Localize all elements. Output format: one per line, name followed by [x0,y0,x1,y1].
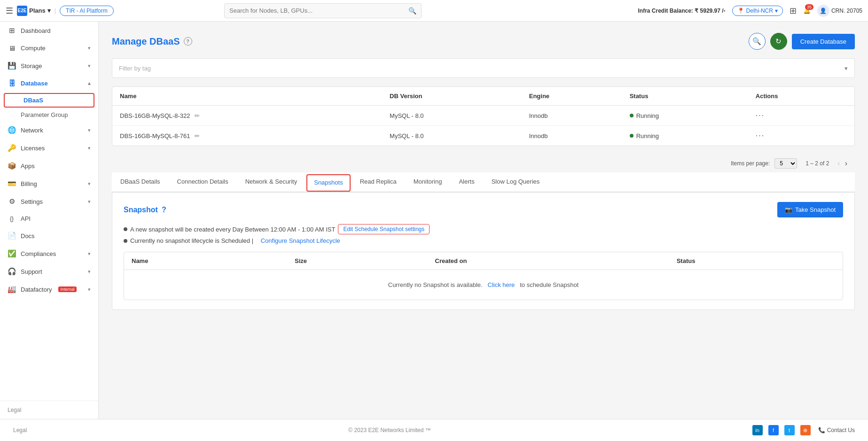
linkedin-icon[interactable]: in [752,425,763,435]
next-page-button[interactable]: › [845,159,847,168]
search-input[interactable] [229,7,408,14]
plans-chevron[interactable]: ▾ [47,7,51,14]
db-edit-icon[interactable]: ✏ [195,132,200,139]
platform-badge[interactable]: TIR - AI Platform [60,6,114,16]
col-actions: Actions [748,87,854,106]
user-menu[interactable]: 👤 CRN. 20705 [817,5,862,17]
configure-lifecycle-link[interactable]: Configure Snapshot Lifecycle [261,237,340,244]
contact-us-link[interactable]: 📞 Contact Us [818,427,855,433]
grid-apps-icon[interactable]: ⊞ [790,6,797,16]
snapshot-help-icon[interactable]: ? [162,206,166,214]
sidebar-item-dashboard[interactable]: ⊞ Dashboard [0,22,98,39]
actions-menu-button[interactable]: ··· [756,132,765,139]
page-help-icon[interactable]: ? [184,37,192,46]
menu-icon[interactable]: ☰ [6,6,13,16]
storage-icon: 💾 [8,62,16,70]
table-row: DBS-16GB-MySQL-8-761 ✏ MySQL - 8.0 Innod… [112,126,854,146]
tab-snapshots[interactable]: Snapshots [306,174,350,192]
db-name-cell: DBS-16GB-MySQL-8-322 ✏ [112,106,382,126]
items-per-page-select[interactable]: 5 10 20 [774,158,797,169]
tab-dbaas-details[interactable]: DBaaS Details [112,172,169,192]
sidebar-item-compliances[interactable]: ✅ Compliances ▾ [0,245,98,263]
database-table: Name DB Version Engine Status Actions DB… [112,86,855,146]
tab-monitoring[interactable]: Monitoring [405,172,451,192]
social-links: in f t ⊕ [752,425,811,435]
sidebar-item-label: Dashboard [21,27,51,34]
dashboard-icon: ⊞ [8,26,16,35]
page-info: 1 – 2 of 2 [805,160,829,167]
database-icon: 🗄 [8,79,16,87]
parameter-group-label: Parameter Group [21,111,68,118]
main-layout: ⊞ Dashboard 🖥 Compute ▾ 💾 Storage ▾ 🗄 Da… [0,22,868,419]
sidebar-item-label: Compliances [21,250,56,257]
compute-chevron: ▾ [88,45,91,51]
tabs-bar: DBaaS Details Connection Details Network… [112,172,855,192]
actions-menu-button[interactable]: ··· [756,111,765,119]
tab-alerts[interactable]: Alerts [450,172,483,192]
rss-icon[interactable]: ⊕ [800,425,811,435]
internal-badge: Internal [58,286,76,292]
sidebar-item-docs[interactable]: 📄 Docs [0,227,98,245]
region-selector[interactable]: 📍 Delhi-NCR ▾ [732,6,783,16]
datafactory-chevron: ▾ [88,286,91,293]
apps-icon: 📦 [8,162,16,170]
billing-chevron: ▾ [88,181,91,187]
db-engine-cell: Innodb [522,106,622,126]
separator: | [55,7,56,14]
click-here-link[interactable]: Click here [488,281,515,288]
sidebar-item-network[interactable]: 🌐 Network ▾ [0,121,98,139]
tab-slow-log-queries[interactable]: Slow Log Queries [483,172,548,192]
sidebar-item-api[interactable]: {} API [0,210,98,227]
db-actions-cell: ··· [748,106,854,126]
col-status: Status [622,87,748,106]
sidebar-item-apps[interactable]: 📦 Apps [0,157,98,175]
sidebar-item-licenses[interactable]: 🔑 Licenses ▾ [0,139,98,157]
sidebar-item-label: Storage [21,62,42,70]
edit-schedule-link[interactable]: Edit Schedule Snapshot settings [338,224,430,234]
filter-chevron: ▾ [845,65,848,72]
sidebar-item-label: Billing [21,180,37,187]
tab-network-security[interactable]: Network & Security [237,172,306,192]
snapshot-section: Snapshot ? 📷 Take Snapshot A new snapsho… [112,192,855,310]
snapshot-empty-cell: Currently no Snapshot is available. Clic… [124,270,843,300]
camera-icon: 📷 [785,206,792,213]
sidebar-sub-parameter-group[interactable]: Parameter Group [0,108,98,121]
filter-bar[interactable]: Filter by tag ▾ [112,58,855,78]
licenses-icon: 🔑 [8,144,16,152]
create-database-button[interactable]: Create Database [792,34,855,49]
sidebar-item-support[interactable]: 🎧 Support ▾ [0,263,98,280]
snap-col-name: Name [124,252,287,270]
status-dot [630,134,633,138]
twitter-icon[interactable]: t [784,425,795,435]
refresh-button[interactable]: ↻ [770,33,787,50]
sidebar-item-storage[interactable]: 💾 Storage ▾ [0,57,98,75]
db-version-cell: MySQL - 8.0 [382,106,522,126]
sidebar: ⊞ Dashboard 🖥 Compute ▾ 💾 Storage ▾ 🗄 Da… [0,22,99,419]
sidebar-item-billing[interactable]: 💳 Billing ▾ [0,175,98,193]
search-icon: 🔍 [408,7,416,15]
tab-read-replica[interactable]: Read Replica [352,172,405,192]
take-snapshot-button[interactable]: 📷 Take Snapshot [777,202,843,217]
notifications-button[interactable]: 🔔 35 [803,7,811,14]
plans-label[interactable]: Plans [29,7,46,14]
search-button[interactable]: 🔍 [749,33,766,50]
col-name: Name [112,87,382,106]
sidebar-item-label: Network [21,127,43,134]
prev-page-button[interactable]: ‹ [837,159,840,168]
sidebar-item-datafactory[interactable]: 🏭 Datafactory Internal ▾ [0,280,98,298]
header-right: Infra Credit Balance: ₹ 5929.97 /- 📍 Del… [638,5,862,17]
snapshot-table: Name Size Created on Status Currently no… [124,252,843,300]
sidebar-item-settings[interactable]: ⚙ Settings ▾ [0,193,98,210]
database-chevron: ▴ [88,80,91,86]
tab-connection-details[interactable]: Connection Details [169,172,237,192]
db-engine-cell: Innodb [522,126,622,146]
sidebar-item-compute[interactable]: 🖥 Compute ▾ [0,39,98,57]
region-chevron: ▾ [775,8,778,14]
sidebar-item-label: Docs [21,232,35,240]
sidebar-item-database[interactable]: 🗄 Database ▴ [0,75,98,92]
db-edit-icon[interactable]: ✏ [195,112,200,119]
legal-link[interactable]: Legal [13,427,27,433]
facebook-icon[interactable]: f [768,425,779,435]
header-left: ☰ E2E Plans ▾ | TIR - AI Platform [6,6,114,16]
sidebar-sub-dbaas[interactable]: DBaaS [4,93,94,108]
